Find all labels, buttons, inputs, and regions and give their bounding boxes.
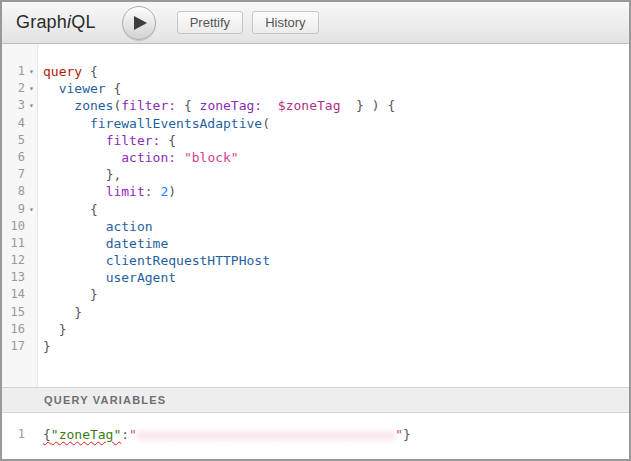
line-number: 4: [2, 115, 25, 132]
line-number: 7: [2, 166, 25, 183]
variables-code-lines: 1{"zoneTag":"xxxxxxxxxxxxxxxxxxxxxxxxxxx…: [2, 413, 629, 443]
history-button[interactable]: History: [252, 11, 318, 34]
code-line[interactable]: 17}: [2, 338, 629, 355]
code-line[interactable]: 4 firewallEventsAdaptive(: [2, 115, 629, 132]
code-line[interactable]: 1{"zoneTag":"xxxxxxxxxxxxxxxxxxxxxxxxxxx…: [2, 426, 629, 443]
code-token: [43, 287, 90, 302]
code-line[interactable]: 11 datetime: [2, 235, 629, 252]
code-line[interactable]: 3▾ zones(filter: { zoneTag: $zoneTag } )…: [2, 97, 629, 114]
fold-gutter-spacer: [25, 149, 38, 166]
code-line[interactable]: 5 filter: {: [2, 132, 629, 149]
line-number: 13: [2, 269, 25, 286]
code-token: zones: [74, 98, 113, 113]
execute-query-button[interactable]: [122, 6, 156, 40]
code-token: [176, 150, 184, 165]
code-token: {: [160, 133, 176, 148]
code-text: userAgent: [38, 269, 176, 286]
line-number: 3: [2, 97, 25, 114]
code-token: :: [121, 427, 129, 442]
app-title-part: QL: [71, 12, 95, 32]
code-token: {: [176, 98, 199, 113]
code-text: filter: {: [38, 132, 176, 149]
code-text: }: [38, 286, 98, 303]
code-token: zoneTag:: [200, 98, 263, 113]
code-text: limit: 2): [38, 183, 176, 200]
code-token: }: [59, 322, 67, 337]
query-code-lines: 1▾query {2▾ viewer {3▾ zones(filter: { z…: [2, 44, 629, 355]
code-line[interactable]: 14 }: [2, 286, 629, 303]
app-title: GraphiQL: [16, 12, 96, 33]
redacted-zone-tag-value: xxxxxxxxxxxxxxxxxxxxxxxxxxxxxxxxx: [137, 427, 395, 442]
code-text: }: [38, 304, 82, 321]
fold-gutter-spacer: [25, 426, 38, 443]
code-token: [43, 253, 106, 268]
query-editor[interactable]: 1▾query {2▾ viewer {3▾ zones(filter: { z…: [2, 44, 629, 387]
code-token: firewallEventsAdaptive: [90, 116, 262, 131]
play-icon: [134, 16, 147, 30]
line-number: 15: [2, 304, 25, 321]
code-token: }: [90, 287, 98, 302]
code-text: clientRequestHTTPHost: [38, 252, 270, 269]
prettify-button[interactable]: Prettify: [177, 11, 243, 34]
fold-gutter-spacer: [25, 235, 38, 252]
line-number: 10: [2, 218, 25, 235]
query-variables-editor[interactable]: 1{"zoneTag":"xxxxxxxxxxxxxxxxxxxxxxxxxxx…: [2, 413, 629, 459]
code-token: filter:: [106, 133, 161, 148]
fold-arrow-icon[interactable]: ▾: [25, 201, 38, 218]
fold-gutter-spacer: [25, 286, 38, 303]
code-line[interactable]: 1▾query {: [2, 63, 629, 80]
line-number: 6: [2, 149, 25, 166]
code-token: [43, 150, 121, 165]
line-number: 9: [2, 201, 25, 218]
line-number: 16: [2, 321, 25, 338]
code-line[interactable]: 9▾ {: [2, 201, 629, 218]
code-token: {: [90, 202, 98, 217]
code-token: [43, 98, 74, 113]
code-text: viewer {: [38, 80, 121, 97]
code-line[interactable]: 2▾ viewer {: [2, 80, 629, 97]
code-token: [262, 98, 278, 113]
code-line[interactable]: 10 action: [2, 218, 629, 235]
code-line[interactable]: 8 limit: 2): [2, 183, 629, 200]
code-token: [43, 116, 90, 131]
code-token: {: [82, 64, 98, 79]
fold-arrow-icon[interactable]: ▾: [25, 63, 38, 80]
code-token: ": [129, 427, 137, 442]
code-token: $zoneTag: [278, 98, 341, 113]
code-line[interactable]: 7 },: [2, 166, 629, 183]
code-line[interactable]: 13 userAgent: [2, 269, 629, 286]
code-token: filter:: [121, 98, 176, 113]
fold-gutter-spacer: [25, 321, 38, 338]
code-token: [43, 167, 106, 182]
code-text: action: "block": [38, 149, 239, 166]
line-number: 2: [2, 80, 25, 97]
line-number: 12: [2, 252, 25, 269]
query-variables-title: QUERY VARIABLES: [44, 394, 166, 406]
fold-arrow-icon[interactable]: ▾: [25, 97, 38, 114]
code-line[interactable]: 6 action: "block": [2, 149, 629, 166]
code-token: action: [106, 219, 153, 234]
fold-gutter-spacer: [25, 269, 38, 286]
line-number: 14: [2, 286, 25, 303]
code-token: [43, 133, 106, 148]
code-token: [43, 81, 59, 96]
code-line[interactable]: 12 clientRequestHTTPHost: [2, 252, 629, 269]
code-token: ): [168, 184, 176, 199]
code-text: datetime: [38, 235, 168, 252]
line-number: 8: [2, 183, 25, 200]
query-variables-header[interactable]: QUERY VARIABLES: [2, 387, 629, 413]
code-token: [43, 322, 59, 337]
code-line[interactable]: 16 }: [2, 321, 629, 338]
code-token: viewer: [59, 81, 106, 96]
fold-gutter-spacer: [25, 166, 38, 183]
code-token: },: [106, 167, 122, 182]
code-token: {: [43, 427, 51, 442]
fold-gutter-spacer: [25, 183, 38, 200]
code-line[interactable]: 15 }: [2, 304, 629, 321]
code-text: action: [38, 218, 153, 235]
code-text: {"zoneTag":"xxxxxxxxxxxxxxxxxxxxxxxxxxxx…: [38, 426, 411, 443]
code-text: {: [38, 201, 98, 218]
code-token: [43, 270, 106, 285]
fold-gutter-spacer: [25, 218, 38, 235]
fold-arrow-icon[interactable]: ▾: [25, 80, 38, 97]
